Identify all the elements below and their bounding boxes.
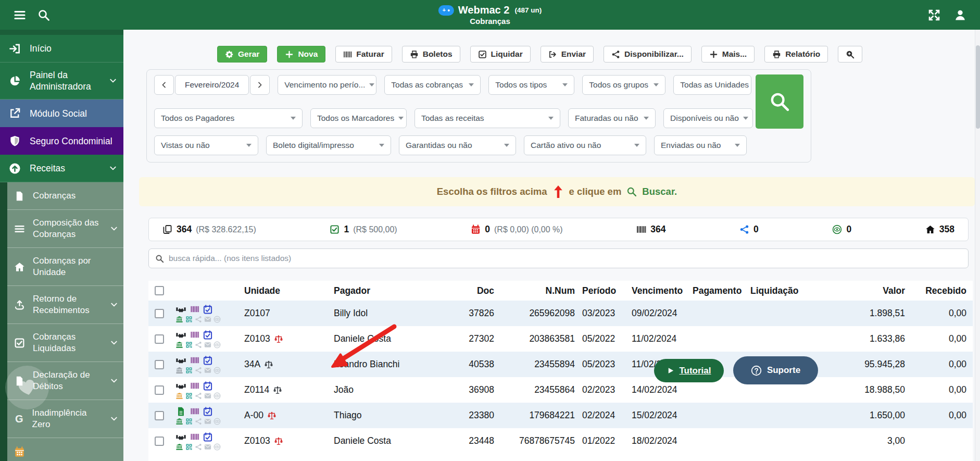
buscar-button[interactable] <box>756 74 803 129</box>
filter-receitas[interactable]: Todas as receitas <box>414 108 560 128</box>
bank-icon[interactable] <box>175 341 183 348</box>
col-pagador[interactable]: Pagador <box>328 285 445 296</box>
sidebar-item-cobrancas[interactable]: Cobranças <box>7 182 123 210</box>
calendar-check-icon[interactable] <box>203 356 212 365</box>
row-checkbox[interactable] <box>155 411 164 420</box>
filter-garantidas[interactable]: Garantidas ou não <box>399 135 516 155</box>
table-row[interactable]: Z0114 João 36908 23455864 02/2023 14/02/… <box>148 377 973 403</box>
barcode-icon[interactable] <box>189 381 201 390</box>
table-row[interactable]: Z0103 Daniele Costa 23448 76878675745 01… <box>148 428 973 454</box>
search-plus-button[interactable] <box>838 46 862 63</box>
sidebar-item-cobrancas-por-unidade[interactable]: Cobranças por Unidade <box>7 248 123 286</box>
col-doc[interactable]: Doc <box>445 285 494 296</box>
suporte-button[interactable]: Suporte <box>733 356 818 384</box>
sidebar-item-receitas[interactable]: Receitas <box>0 155 123 182</box>
share-icon[interactable] <box>195 392 202 400</box>
sidebar-item-cobrancas-liquidadas[interactable]: Cobranças Liquidadas <box>7 324 123 362</box>
eye-icon[interactable] <box>213 367 221 374</box>
tutorial-button[interactable]: Tutorial <box>654 359 724 382</box>
calendar-check-icon[interactable] <box>203 330 212 340</box>
share-icon[interactable] <box>195 367 202 374</box>
barcode-icon[interactable] <box>189 432 201 441</box>
sidebar-item-painel-administradora[interactable]: Painel da Administradora <box>0 63 123 99</box>
table-row[interactable]: Z0103 Daniele Costa 27302 203863581 05/2… <box>148 326 973 352</box>
barcode-icon[interactable] <box>189 330 201 339</box>
sidebar-item-retorno-recebimentos[interactable]: Retorno de Recebimentos <box>7 286 123 324</box>
row-checkbox[interactable] <box>155 334 164 344</box>
filter-boleto-digital[interactable]: Boleto digital/impresso <box>266 135 391 155</box>
envelope-icon[interactable] <box>204 392 211 400</box>
envelope-icon[interactable] <box>204 443 211 451</box>
share-icon[interactable] <box>195 341 202 348</box>
col-periodo[interactable]: Período <box>575 285 624 296</box>
table-row[interactable]: 34A Leandro Bianchi 40538 23455894 05/20… <box>148 352 973 377</box>
boletos-button[interactable]: Boletos <box>402 46 460 63</box>
fullscreen-icon[interactable] <box>928 9 940 21</box>
filter-enviadas[interactable]: Enviadas ou não <box>654 135 747 155</box>
eye-icon[interactable] <box>213 392 221 400</box>
filter-vistas[interactable]: Vistas ou não <box>154 135 258 155</box>
period-value[interactable]: Fevereiro/2024 <box>175 75 249 95</box>
filter-faturadas[interactable]: Faturadas ou não <box>568 108 656 128</box>
filter-cartao-ativo[interactable]: Cartão ativo ou não <box>524 135 646 155</box>
barcode-icon[interactable] <box>189 407 201 416</box>
menu-icon[interactable] <box>14 9 26 21</box>
quick-search-input[interactable] <box>169 254 962 263</box>
user-icon[interactable] <box>954 9 966 21</box>
sidebar-item-modulo-social[interactable]: Módulo Social <box>0 99 123 127</box>
relatorio-button[interactable]: Relatório <box>764 46 828 63</box>
handshake-icon[interactable] <box>175 355 186 366</box>
barcode-icon[interactable] <box>189 305 201 314</box>
filter-grupos[interactable]: Todos os grupos <box>582 75 665 95</box>
handshake-icon[interactable] <box>175 432 186 442</box>
share-icon[interactable] <box>195 443 202 451</box>
sidebar-item-partial[interactable] <box>7 438 123 461</box>
calendar-check-icon[interactable] <box>203 381 212 391</box>
previous-month-button[interactable] <box>154 75 174 95</box>
handshake-icon[interactable] <box>175 381 186 391</box>
next-month-button[interactable] <box>250 75 270 95</box>
calendar-check-icon[interactable] <box>203 305 212 314</box>
search-icon[interactable] <box>37 9 50 21</box>
bank-icon[interactable] <box>175 443 183 451</box>
enviar-button[interactable]: Enviar <box>541 46 594 63</box>
eye-icon[interactable] <box>213 316 221 323</box>
share-icon[interactable] <box>195 418 202 425</box>
calendar-check-icon[interactable] <box>203 432 212 442</box>
sidebar-item-seguro-condominial[interactable]: Seguro Condominial <box>0 127 123 155</box>
table-row[interactable]: A-00 Thiago 23380 179684221 02/2024 15/0… <box>148 403 973 428</box>
row-checkbox[interactable] <box>155 360 164 369</box>
filter-disponiveis[interactable]: Disponíveis ou não <box>663 108 753 128</box>
bank-icon[interactable] <box>175 418 183 425</box>
eye-icon[interactable] <box>213 341 221 348</box>
filter-tipo-cobranca[interactable]: Todas as cobranças <box>384 75 481 95</box>
table-row[interactable]: Z0107 Billy Idol 37826 265962098 03/2023… <box>148 301 973 326</box>
bank-icon[interactable] <box>175 316 183 323</box>
col-nnum[interactable]: N.Num <box>494 285 575 296</box>
vertical-scrollbar[interactable] <box>975 30 980 461</box>
calendar-check-icon[interactable] <box>203 407 212 416</box>
envelope-icon[interactable] <box>204 316 211 323</box>
envelope-icon[interactable] <box>204 341 211 348</box>
qr-code-icon[interactable] <box>185 392 193 400</box>
sidebar-item-inicio[interactable]: Início <box>0 35 123 63</box>
envelope-icon[interactable] <box>204 418 211 425</box>
qr-code-icon[interactable] <box>185 367 193 374</box>
row-checkbox[interactable] <box>155 437 164 446</box>
bank-icon[interactable] <box>175 392 183 400</box>
row-checkbox[interactable] <box>155 385 164 395</box>
gerar-button[interactable]: Gerar <box>217 46 267 63</box>
col-liquidacao[interactable]: Liquidação <box>749 285 814 296</box>
faturar-button[interactable]: Faturar <box>335 46 392 63</box>
filter-pagadores[interactable]: Todos os Pagadores <box>154 108 303 128</box>
eye-icon[interactable] <box>213 418 221 425</box>
bank-icon[interactable] <box>175 367 183 374</box>
sidebar-item-composicao-cobrancas[interactable]: Composição das Cobranças <box>7 210 123 248</box>
handshake-icon[interactable] <box>175 330 186 340</box>
chat-widget-button[interactable] <box>5 366 49 409</box>
file-icon[interactable] <box>175 406 186 417</box>
liquidar-button[interactable]: Liquidar <box>470 46 531 63</box>
nova-button[interactable]: Nova <box>277 46 325 63</box>
barcode-icon[interactable] <box>189 356 201 365</box>
qr-code-icon[interactable] <box>185 418 193 425</box>
